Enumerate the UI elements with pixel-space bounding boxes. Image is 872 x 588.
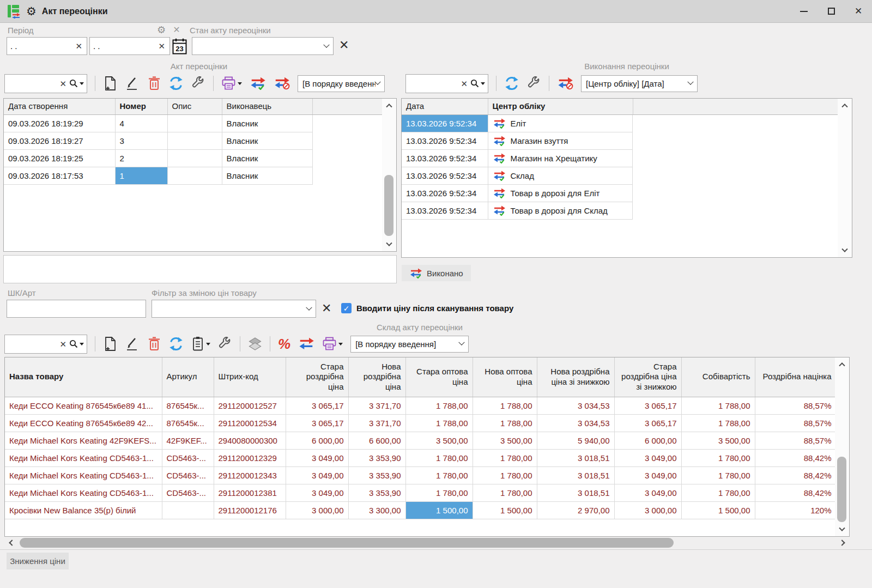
scroll-down-button[interactable] — [835, 523, 849, 536]
barcode-field[interactable] — [7, 300, 146, 318]
table-row[interactable]: Кеди Michael Kors Keating CD5463-1...CD5… — [5, 449, 836, 466]
acts-search-input[interactable] — [5, 78, 57, 88]
act-description-box[interactable] — [3, 255, 397, 283]
cell[interactable]: 3 500,00 — [473, 432, 537, 449]
status-filter-clear-icon[interactable]: ✕ — [339, 39, 349, 51]
print-acts-button[interactable] — [221, 76, 242, 90]
cell[interactable]: 09.03.2026 18:19:25 — [4, 149, 115, 167]
date-from-input[interactable] — [7, 41, 71, 51]
table-row[interactable]: 09.03.2026 18:17:531Власник — [4, 167, 383, 184]
cell[interactable]: 2911200012343 — [214, 466, 286, 484]
execution-search-clear-icon[interactable]: ✕ — [458, 80, 470, 88]
scroll-down-button[interactable] — [382, 238, 396, 251]
column-header[interactable]: Дата — [402, 99, 488, 114]
scroll-up-button[interactable] — [838, 99, 852, 112]
table-row[interactable]: Кеди ECCO Keating 876545к6е89 42...87654… — [5, 414, 836, 432]
cell[interactable]: Кеди Michael Kors Keating CD5463-1... — [5, 484, 162, 501]
cell[interactable]: 6 000,00 — [286, 432, 348, 449]
cell[interactable]: 3 049,00 — [286, 466, 348, 484]
cell[interactable]: Власник — [222, 132, 312, 149]
cell[interactable]: 4 — [115, 114, 167, 132]
column-header[interactable]: Стара роздрібна ціна — [286, 357, 348, 397]
cell[interactable]: 1 788,00 — [405, 397, 473, 414]
cell[interactable]: 2911200012381 — [214, 484, 286, 501]
column-header[interactable]: Виконавець — [222, 99, 312, 114]
cell[interactable]: 09.03.2026 18:19:29 — [4, 114, 115, 132]
cell[interactable]: 876545к... — [162, 414, 214, 432]
cell[interactable]: Товар в дорозі для Еліт — [488, 185, 633, 202]
cell[interactable]: 3 065,17 — [286, 397, 348, 414]
cell[interactable]: 3 353,90 — [348, 466, 405, 484]
column-header[interactable]: Артикул — [162, 357, 214, 397]
cell[interactable]: 1 780,00 — [405, 449, 473, 466]
scrollbar-thumb[interactable] — [837, 457, 846, 522]
items-grid-hscrollbar[interactable] — [4, 537, 850, 548]
cell[interactable]: 1 788,00 — [473, 414, 537, 432]
cell[interactable]: 3 500,00 — [681, 432, 755, 449]
date-from-clear-icon[interactable]: ✕ — [71, 42, 87, 50]
scan-price-checkbox[interactable]: ✓ — [341, 303, 352, 313]
cell[interactable]: 3 018,51 — [537, 466, 614, 484]
execution-search-input[interactable] — [406, 78, 458, 88]
scroll-up-button[interactable] — [382, 99, 396, 112]
column-header[interactable]: Собівартість — [681, 357, 755, 397]
barcode-input[interactable] — [7, 304, 146, 313]
cell[interactable]: 3 371,70 — [348, 414, 405, 432]
cell[interactable]: 3 371,70 — [348, 397, 405, 414]
acts-sort-combobox[interactable]: [В порядку введення] — [298, 75, 385, 92]
cell[interactable]: Магазин взуття — [488, 132, 633, 150]
acts-search-box[interactable]: ✕ — [4, 74, 87, 93]
cell[interactable]: 1 780,00 — [681, 449, 755, 466]
cell[interactable]: 6 600,00 — [348, 432, 405, 449]
execution-search-box[interactable]: ✕ — [405, 74, 488, 93]
done-button[interactable]: Виконано — [402, 265, 471, 281]
cell[interactable]: Кеди Michael Kors Keating CD5463-1... — [5, 466, 162, 484]
column-header[interactable]: Стара роздрібна ціна зі знижкою — [614, 357, 681, 397]
cell[interactable]: 876545к... — [162, 397, 214, 414]
maximize-button[interactable] — [818, 0, 845, 23]
layers-button[interactable] — [248, 337, 262, 351]
cell[interactable]: Кеди Michael Kors Keating 42F9KEFS... — [5, 432, 162, 449]
execution-sort-combobox[interactable]: [Центр обліку] [Дата] — [581, 75, 698, 92]
table-row[interactable]: Кеди Michael Kors Keating CD5463-1...CD5… — [5, 484, 836, 501]
cell[interactable]: 1 788,00 — [405, 414, 473, 432]
table-row[interactable]: 09.03.2026 18:19:252Власник — [4, 149, 383, 167]
column-header[interactable]: Штрих-код — [214, 357, 286, 397]
cell[interactable]: Магазин на Хрещатику — [488, 150, 633, 167]
cell[interactable]: 13.03.2026 9:52:34 — [402, 114, 488, 132]
cell[interactable]: 1 780,00 — [473, 449, 537, 466]
column-header[interactable]: Нова роздрібна ціна зі знижкою — [537, 357, 614, 397]
acts-settings-button[interactable] — [191, 76, 205, 90]
cell[interactable]: 1 780,00 — [681, 484, 755, 501]
date-to-clear-icon[interactable]: ✕ — [154, 42, 169, 50]
scroll-up-button[interactable] — [835, 357, 849, 371]
cell[interactable]: 3 049,00 — [286, 449, 348, 466]
delete-item-button[interactable] — [148, 336, 161, 351]
execution-grid-vscrollbar[interactable] — [838, 99, 852, 257]
period-settings-gear-icon[interactable]: ⚙ — [157, 25, 166, 35]
cell[interactable]: Кеди Michael Kors Keating CD5463-1... — [5, 449, 162, 466]
cell[interactable]: 42F9KEF... — [162, 432, 214, 449]
cell[interactable]: 3 049,00 — [286, 484, 348, 501]
cell[interactable]: 2911200012534 — [214, 414, 286, 432]
cell[interactable]: 3 049,00 — [614, 484, 681, 501]
cell[interactable]: 3 018,51 — [537, 484, 614, 501]
cell[interactable]: Кеди ECCO Keating 876545к6е89 41... — [5, 397, 162, 414]
cell[interactable]: 2 — [115, 149, 167, 167]
column-header[interactable]: Роздрібна націнка — [755, 357, 836, 397]
items-refresh-button[interactable] — [168, 336, 184, 351]
cell[interactable]: 1 — [115, 167, 167, 184]
items-grid-vscrollbar[interactable] — [835, 357, 849, 536]
cell[interactable]: 1 780,00 — [405, 484, 473, 501]
cell[interactable]: Еліт — [488, 115, 633, 132]
cell[interactable]: 2940080000300 — [214, 432, 286, 449]
column-header[interactable]: Дата створення — [4, 99, 115, 114]
cell[interactable]: 3 065,17 — [286, 414, 348, 432]
cell[interactable]: 1 500,00 — [473, 501, 537, 519]
cell[interactable]: 3 049,00 — [614, 449, 681, 466]
cell[interactable]: 2 970,00 — [537, 501, 614, 519]
price-filter-combobox[interactable] — [152, 300, 316, 318]
cell[interactable]: 09.03.2026 18:17:53 — [4, 167, 115, 184]
edit-act-button[interactable] — [125, 76, 140, 91]
acts-search-clear-icon[interactable]: ✕ — [57, 80, 69, 88]
